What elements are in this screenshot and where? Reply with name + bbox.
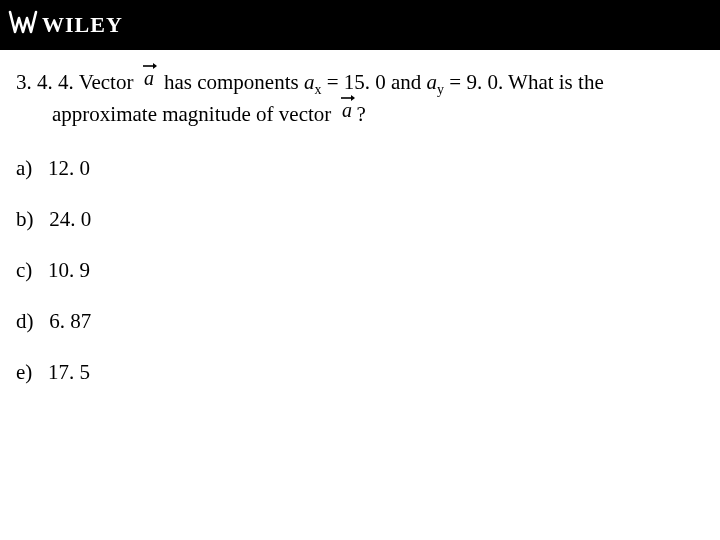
option-text: 17. 5: [48, 360, 90, 384]
brand-logo-text: WILEY: [42, 12, 123, 38]
option-label: b): [16, 207, 34, 231]
option-a: a) 12. 0: [16, 156, 704, 181]
vector-a-icon: a: [141, 69, 157, 89]
question-tail1: . What is the: [498, 70, 604, 94]
ay-var: a: [427, 70, 438, 94]
option-c: c) 10. 9: [16, 258, 704, 283]
brand-logo-mark: [8, 8, 38, 43]
and-text: and: [386, 70, 427, 94]
option-text: 24. 0: [49, 207, 91, 231]
brand-logo: WILEY: [8, 8, 123, 43]
option-label: d): [16, 309, 34, 333]
option-b: b) 24. 0: [16, 207, 704, 232]
question-line-1: 3. 4. 4. Vector a has components ax = 15…: [16, 68, 704, 100]
question-line-2: approximate magnitude of vector a ?: [16, 100, 704, 128]
question-mark: ?: [357, 102, 366, 126]
option-label: c): [16, 258, 32, 282]
question-text-part2: has components: [164, 70, 299, 94]
vector-glyph: a: [144, 67, 154, 89]
question-line2-text: approximate magnitude of vector: [52, 102, 331, 126]
ax-value: 15. 0: [344, 70, 386, 94]
header-bar: WILEY: [0, 0, 720, 50]
vector-a-icon: a: [339, 101, 355, 121]
option-text: 12. 0: [48, 156, 90, 180]
question-text-part1: Vector: [79, 70, 134, 94]
option-text: 10. 9: [48, 258, 90, 282]
options-list: a) 12. 0 b) 24. 0 c) 10. 9 d) 6. 87 e) 1…: [16, 156, 704, 385]
ax-var: a: [304, 70, 315, 94]
option-e: e) 17. 5: [16, 360, 704, 385]
svg-text:a: a: [342, 99, 352, 121]
option-d: d) 6. 87: [16, 309, 704, 334]
question-text: 3. 4. 4. Vector a has components ax = 15…: [16, 68, 704, 128]
option-label: a): [16, 156, 32, 180]
eq1: =: [321, 70, 343, 94]
ay-value: 9. 0: [466, 70, 498, 94]
question-number: 3. 4. 4.: [16, 70, 74, 94]
option-text: 6. 87: [49, 309, 91, 333]
eq2: =: [444, 70, 466, 94]
option-label: e): [16, 360, 32, 384]
slide-content: 3. 4. 4. Vector a has components ax = 15…: [0, 50, 720, 385]
